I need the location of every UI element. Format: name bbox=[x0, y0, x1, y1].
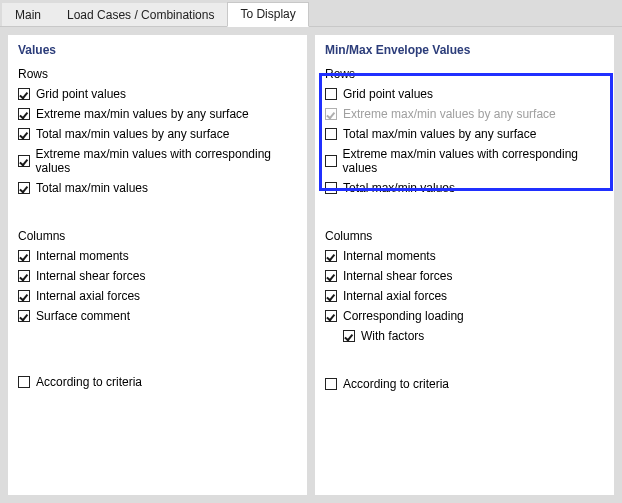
left-rows-label: Rows bbox=[18, 67, 297, 81]
checkbox-icon bbox=[18, 310, 30, 322]
left-col-moments[interactable]: Internal moments bbox=[18, 249, 297, 263]
tab-main[interactable]: Main bbox=[2, 3, 54, 27]
right-row-extreme-corr[interactable]: Extreme max/min values with correspondin… bbox=[325, 147, 604, 175]
checkbox-icon bbox=[325, 270, 337, 282]
right-col-shear-label: Internal shear forces bbox=[343, 269, 452, 283]
columns-wrap: Values Rows Grid point values Extreme ma… bbox=[8, 35, 614, 495]
checkbox-icon bbox=[325, 128, 337, 140]
right-col-moments-label: Internal moments bbox=[343, 249, 436, 263]
left-row-extreme-corr[interactable]: Extreme max/min values with correspondin… bbox=[18, 147, 297, 175]
right-row-grid-point-label: Grid point values bbox=[343, 87, 433, 101]
panel-values-title: Values bbox=[18, 43, 297, 57]
right-row-extreme-any-label: Extreme max/min values by any surface bbox=[343, 107, 556, 121]
right-col-moments[interactable]: Internal moments bbox=[325, 249, 604, 263]
checkbox-icon bbox=[18, 128, 30, 140]
left-row-grid-point-label: Grid point values bbox=[36, 87, 126, 101]
right-col-axial[interactable]: Internal axial forces bbox=[325, 289, 604, 303]
checkbox-icon bbox=[18, 376, 30, 388]
checkbox-icon bbox=[325, 310, 337, 322]
left-col-axial[interactable]: Internal axial forces bbox=[18, 289, 297, 303]
right-row-total-values-label: Total max/min values bbox=[343, 181, 455, 195]
panel-envelope: Min/Max Envelope Values Rows Grid point … bbox=[315, 35, 614, 495]
right-criteria-label: According to criteria bbox=[343, 377, 449, 391]
left-columns-label: Columns bbox=[18, 229, 297, 243]
tab-load-cases[interactable]: Load Cases / Combinations bbox=[54, 3, 227, 27]
checkbox-icon bbox=[18, 182, 30, 194]
left-row-extreme-any[interactable]: Extreme max/min values by any surface bbox=[18, 107, 297, 121]
checkbox-icon bbox=[325, 290, 337, 302]
right-col-with-factors[interactable]: With factors bbox=[343, 329, 604, 343]
right-col-corresponding-loading-label: Corresponding loading bbox=[343, 309, 464, 323]
left-col-moments-label: Internal moments bbox=[36, 249, 129, 263]
left-criteria[interactable]: According to criteria bbox=[18, 375, 297, 389]
left-row-extreme-any-label: Extreme max/min values by any surface bbox=[36, 107, 249, 121]
right-columns-label: Columns bbox=[325, 229, 604, 243]
right-row-extreme-corr-label: Extreme max/min values with correspondin… bbox=[343, 147, 604, 175]
left-criteria-label: According to criteria bbox=[36, 375, 142, 389]
panel-envelope-title: Min/Max Envelope Values bbox=[325, 43, 604, 57]
checkbox-icon bbox=[18, 108, 30, 120]
right-criteria[interactable]: According to criteria bbox=[325, 377, 604, 391]
checkbox-icon bbox=[325, 108, 337, 120]
left-row-total-any-label: Total max/min values by any surface bbox=[36, 127, 229, 141]
right-rows-label: Rows bbox=[325, 67, 604, 81]
checkbox-icon bbox=[325, 250, 337, 262]
right-row-total-values[interactable]: Total max/min values bbox=[325, 181, 604, 195]
checkbox-icon bbox=[325, 182, 337, 194]
left-col-axial-label: Internal axial forces bbox=[36, 289, 140, 303]
checkbox-icon bbox=[18, 270, 30, 282]
left-row-total-any[interactable]: Total max/min values by any surface bbox=[18, 127, 297, 141]
left-col-comment-label: Surface comment bbox=[36, 309, 130, 323]
right-row-grid-point[interactable]: Grid point values bbox=[325, 87, 604, 101]
right-col-with-factors-label: With factors bbox=[361, 329, 424, 343]
checkbox-icon bbox=[325, 378, 337, 390]
checkbox-icon bbox=[343, 330, 355, 342]
tab-to-display[interactable]: To Display bbox=[227, 2, 308, 27]
left-row-total-values[interactable]: Total max/min values bbox=[18, 181, 297, 195]
right-col-corresponding-loading[interactable]: Corresponding loading bbox=[325, 309, 604, 323]
right-row-total-any[interactable]: Total max/min values by any surface bbox=[325, 127, 604, 141]
window-root: Main Load Cases / Combinations To Displa… bbox=[0, 0, 622, 503]
checkbox-icon bbox=[325, 88, 337, 100]
right-row-extreme-any: Extreme max/min values by any surface bbox=[325, 107, 604, 121]
left-col-comment[interactable]: Surface comment bbox=[18, 309, 297, 323]
panel-values: Values Rows Grid point values Extreme ma… bbox=[8, 35, 307, 495]
left-col-shear-label: Internal shear forces bbox=[36, 269, 145, 283]
right-col-axial-label: Internal axial forces bbox=[343, 289, 447, 303]
checkbox-icon bbox=[18, 290, 30, 302]
left-row-total-values-label: Total max/min values bbox=[36, 181, 148, 195]
content-area: Values Rows Grid point values Extreme ma… bbox=[0, 26, 622, 503]
checkbox-icon bbox=[18, 250, 30, 262]
left-row-extreme-corr-label: Extreme max/min values with correspondin… bbox=[36, 147, 297, 175]
checkbox-icon bbox=[325, 155, 337, 167]
checkbox-icon bbox=[18, 88, 30, 100]
tab-bar: Main Load Cases / Combinations To Displa… bbox=[0, 0, 622, 26]
left-col-shear[interactable]: Internal shear forces bbox=[18, 269, 297, 283]
checkbox-icon bbox=[18, 155, 30, 167]
left-row-grid-point[interactable]: Grid point values bbox=[18, 87, 297, 101]
right-row-total-any-label: Total max/min values by any surface bbox=[343, 127, 536, 141]
right-col-shear[interactable]: Internal shear forces bbox=[325, 269, 604, 283]
